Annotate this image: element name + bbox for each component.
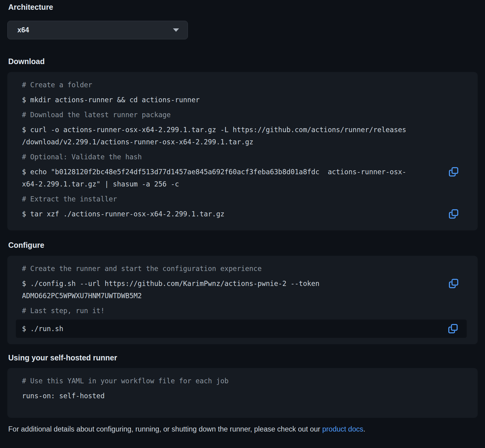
copy-button[interactable] — [448, 209, 459, 219]
code-text: # Download the latest runner package — [22, 111, 171, 119]
code-command-line: $ ./config.sh --url https://github.com/K… — [7, 277, 478, 290]
code-command-line: $ curl -o actions-runner-osx-x64-2.299.1… — [7, 124, 478, 136]
code-text: # Optional: Validate the hash — [22, 153, 142, 161]
chevron-down-icon — [173, 28, 179, 32]
code-comment-line: # Use this YAML in your workflow file fo… — [7, 375, 478, 387]
copy-button[interactable] — [448, 167, 459, 177]
code-comment-line: # Download the latest runner package — [7, 109, 478, 121]
code-text: $ curl -o actions-runner-osx-x64-2.299.1… — [22, 126, 406, 134]
architecture-heading: Architecture — [7, 2, 478, 12]
code-text: ADMO662PC5WPWXU7HNM7UWTDWB5M2 — [22, 292, 142, 300]
code-text: /download/v2.299.1/actions-runner-osx-x6… — [22, 138, 253, 146]
copy-icon — [448, 209, 459, 219]
configure-heading: Configure — [7, 240, 478, 250]
code-text: $ tar xzf ./actions-runner-osx-x64-2.299… — [22, 210, 225, 218]
copy-icon — [448, 167, 459, 177]
footer-note: For additional details about configuring… — [7, 425, 478, 434]
configure-code-block: # Create the runner and start the config… — [7, 256, 478, 344]
code-command-line: $ echo "b0128120f2bc48e5f24df513d77d1457… — [7, 166, 478, 178]
code-text: $ mkdir actions-runner && cd actions-run… — [22, 96, 199, 104]
footer-text-after: . — [363, 425, 365, 433]
architecture-selected-value: x64 — [17, 26, 29, 34]
run-command-highlight-row: $ ./run.sh — [16, 320, 467, 338]
code-text: runs-on: self-hosted — [22, 392, 105, 400]
code-continuation-line: x64-2.299.1.tar.gz" | shasum -a 256 -c — [7, 178, 478, 190]
copy-icon — [448, 323, 458, 334]
code-comment-line: # Last step, run it! — [7, 305, 478, 317]
usage-heading: Using your self-hosted runner — [7, 353, 478, 362]
code-text: x64-2.299.1.tar.gz" | shasum -a 256 -c — [22, 180, 179, 188]
code-text: # Last step, run it! — [22, 307, 105, 315]
runner-setup-page: Architecture x64 Download # Create a fol… — [0, 0, 485, 434]
code-text: $ ./config.sh --url https://github.com/K… — [22, 280, 319, 287]
copy-icon — [448, 278, 459, 289]
code-continuation-line: ADMO662PC5WPWXU7HNM7UWTDWB5M2 — [7, 290, 478, 302]
usage-code-block: # Use this YAML in your workflow file fo… — [7, 368, 478, 418]
code-command-line: runs-on: self-hosted — [7, 390, 478, 402]
code-comment-line: # Extract the installer — [7, 193, 478, 205]
code-comment-line: # Create the runner and start the config… — [7, 262, 478, 275]
code-text: # Create the runner and start the config… — [22, 265, 262, 273]
code-text: # Extract the installer — [22, 195, 117, 203]
product-docs-link[interactable]: product docs — [322, 425, 363, 433]
code-continuation-line: /download/v2.299.1/actions-runner-osx-x6… — [7, 136, 478, 148]
code-text: # Create a folder — [22, 81, 92, 89]
code-comment-line: # Optional: Validate the hash — [7, 151, 478, 163]
download-code-block: # Create a folder$ mkdir actions-runner … — [7, 72, 478, 230]
architecture-select[interactable]: x64 — [7, 21, 188, 39]
copy-button[interactable] — [448, 278, 459, 289]
download-heading: Download — [7, 57, 478, 66]
copy-button[interactable] — [448, 323, 458, 334]
code-text: # Use this YAML in your workflow file fo… — [22, 377, 228, 385]
code-command-line: $ tar xzf ./actions-runner-osx-x64-2.299… — [7, 208, 478, 220]
code-text: $ echo "b0128120f2bc48e5f24df513d77d1457… — [22, 168, 406, 176]
code-text: $ ./run.sh — [22, 325, 63, 333]
code-command-line: $ mkdir actions-runner && cd actions-run… — [7, 94, 478, 106]
code-comment-line: # Create a folder — [7, 79, 478, 91]
footer-text-before: For additional details about configuring… — [8, 425, 322, 433]
